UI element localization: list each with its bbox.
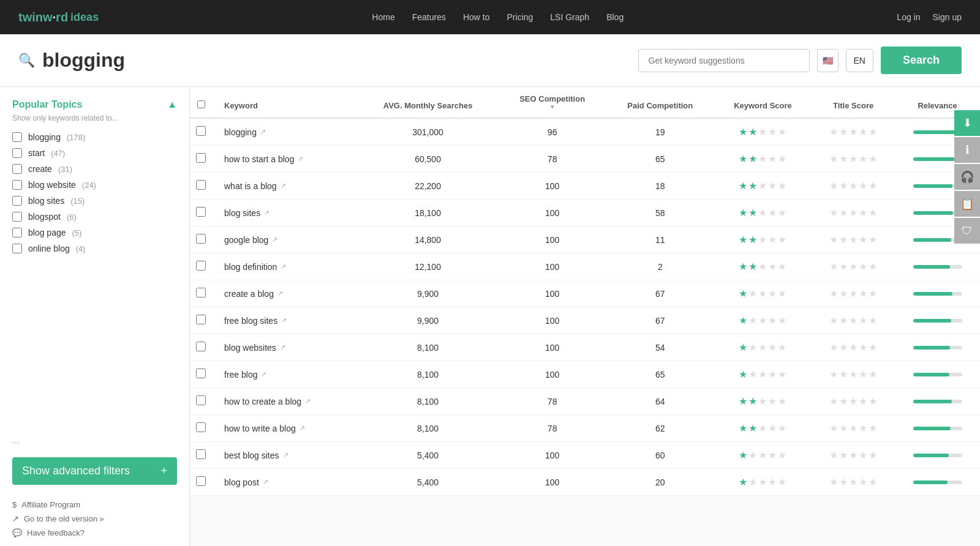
sidebar-footer-item[interactable]: $ Affiliate Program [12, 498, 177, 512]
keyword-link[interactable]: google blog ↗ [224, 235, 352, 245]
flag-select[interactable]: 🇺🇸 [817, 49, 839, 72]
chevron-up-icon[interactable]: ▲ [167, 99, 177, 110]
topic-checkbox[interactable] [12, 196, 22, 206]
keyword-cell: google blog ↗ [212, 226, 358, 253]
star-empty: ★ [758, 422, 767, 434]
row-checkbox[interactable] [196, 422, 206, 432]
topic-item[interactable]: create (31) [12, 164, 177, 174]
table-row: blog definition ↗ 12,100 100 2 ★★★★★ ★★★… [190, 253, 980, 280]
keyword-link[interactable]: how to create a blog ↗ [224, 397, 352, 406]
topic-checkbox[interactable] [12, 228, 22, 237]
star-empty: ★ [839, 207, 848, 219]
star-empty: ★ [839, 234, 848, 245]
keyword-link[interactable]: how to start a blog ↗ [224, 154, 352, 164]
star-empty: ★ [829, 315, 838, 326]
info-button[interactable]: ℹ [954, 137, 980, 163]
keyword-link[interactable]: create a blog ↗ [224, 289, 352, 299]
title-score-value: ★★★★★ [812, 253, 895, 280]
topic-item[interactable]: start (47) [12, 148, 177, 158]
topic-item[interactable]: blogging (178) [12, 132, 177, 142]
nav-pricing[interactable]: Pricing [507, 12, 533, 22]
sidebar-footer-item[interactable]: ↗ Go to the old version » [12, 512, 177, 526]
col-seo-competition[interactable]: SEO Competition ▼ [499, 87, 606, 118]
relevance-bar [913, 481, 948, 484]
topic-checkbox[interactable] [12, 212, 22, 222]
nav-lsigraph[interactable]: LSI Graph [550, 12, 589, 22]
row-checkbox[interactable] [196, 180, 206, 190]
star-empty: ★ [869, 476, 877, 488]
select-all-checkbox[interactable] [197, 100, 205, 108]
topic-item[interactable]: blog page (5) [12, 228, 177, 237]
audio-button[interactable]: 🎧 [954, 164, 980, 190]
paid-competition-value: 67 [606, 280, 714, 307]
topic-checkbox[interactable] [12, 132, 22, 142]
star-empty: ★ [859, 207, 867, 219]
shield-button[interactable]: 🛡 [954, 218, 980, 244]
keyword-text: create a blog [224, 289, 274, 299]
keyword-link[interactable]: how to write a blog ↗ [224, 424, 352, 433]
star-filled: ★ [748, 422, 757, 434]
sidebar-title-row: Popular Topics ▲ [12, 99, 177, 110]
footer-label: Affiliate Program [21, 500, 80, 509]
keyword-score-value: ★★★★★ [714, 118, 812, 146]
adv-filter-label: Show advanced filters [22, 465, 130, 477]
keyword-link[interactable]: blog sites ↗ [224, 208, 352, 218]
row-checkbox[interactable] [196, 153, 206, 163]
star-empty: ★ [829, 476, 838, 488]
relevance-bar-container [901, 454, 974, 457]
topic-checkbox[interactable] [12, 180, 22, 190]
row-checkbox[interactable] [196, 449, 206, 459]
keyword-link[interactable]: best blog sites ↗ [224, 451, 352, 460]
advanced-filters-button[interactable]: Show advanced filters + [12, 457, 177, 485]
topic-checkbox[interactable] [12, 148, 22, 158]
topic-item[interactable]: blog sites (15) [12, 196, 177, 206]
star-empty: ★ [748, 315, 757, 326]
nav-login[interactable]: Log in [897, 12, 920, 22]
topic-item[interactable]: online blog (4) [12, 244, 177, 253]
row-checkbox[interactable] [196, 342, 206, 351]
star-empty: ★ [778, 422, 786, 434]
row-checkbox[interactable] [196, 261, 206, 271]
relevance-value [895, 388, 980, 415]
table-header-row: Keyword AVG. Monthly Searches SEO Compet… [190, 87, 980, 118]
row-checkbox[interactable] [196, 288, 206, 297]
nav-howto[interactable]: How to [463, 12, 490, 22]
nav-features[interactable]: Features [412, 12, 446, 22]
keyword-link[interactable]: blogging ↗ [224, 127, 352, 137]
nav-blog[interactable]: Blog [606, 12, 624, 22]
row-checkbox[interactable] [196, 234, 206, 244]
keyword-link[interactable]: what is a blog ↗ [224, 181, 352, 191]
keyword-text: blog definition [224, 262, 277, 272]
keyword-link[interactable]: free blog ↗ [224, 370, 352, 380]
star-filled: ★ [739, 126, 747, 138]
copy-button[interactable]: 📋 [954, 191, 980, 217]
keyword-link[interactable]: blog websites ↗ [224, 343, 352, 353]
star-empty: ★ [778, 180, 786, 192]
topic-item[interactable]: blogspot (6) [12, 212, 177, 222]
keyword-link[interactable]: blog post ↗ [224, 477, 352, 487]
keyword-link[interactable]: free blog sites ↗ [224, 316, 352, 326]
nav-home[interactable]: Home [372, 12, 394, 22]
row-checkbox[interactable] [196, 315, 206, 324]
download-button[interactable]: ⬇ [954, 110, 980, 136]
keyword-link[interactable]: blog definition ↗ [224, 262, 352, 272]
keyword-input[interactable] [638, 49, 810, 72]
star-empty: ★ [758, 153, 767, 165]
topic-checkbox[interactable] [12, 164, 22, 174]
star-empty: ★ [829, 368, 838, 380]
star-filled: ★ [739, 180, 747, 192]
row-checkbox[interactable] [196, 126, 206, 136]
row-checkbox[interactable] [196, 207, 206, 217]
relevance-bar-bg [913, 292, 962, 296]
sidebar-footer-item[interactable]: 💬 Have feedback? [12, 526, 177, 540]
topic-checkbox[interactable] [12, 244, 22, 253]
topic-item[interactable]: blog website (24) [12, 180, 177, 190]
row-checkbox[interactable] [196, 395, 206, 405]
row-checkbox[interactable] [196, 368, 206, 378]
nav-signup[interactable]: Sign up [933, 12, 962, 22]
star-empty: ★ [778, 153, 786, 165]
row-checkbox[interactable] [196, 476, 206, 486]
lang-select[interactable]: EN [846, 49, 873, 72]
search-button[interactable]: Search [881, 47, 962, 74]
paid-competition-value: 62 [606, 415, 714, 442]
